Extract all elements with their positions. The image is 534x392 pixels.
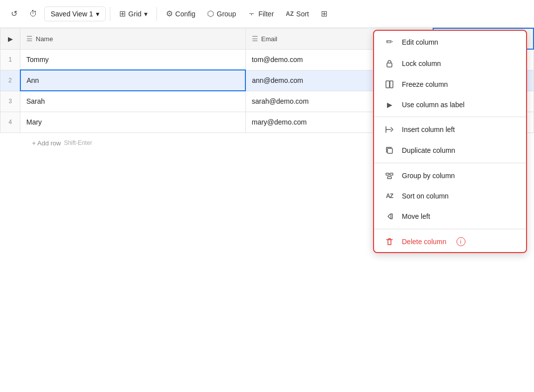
menu-divider-1 [374,117,526,117]
duplicate-icon [384,146,395,155]
grid-label: Grid [128,10,141,18]
group-label: Group [217,10,236,18]
grid-icon: ⊞ [119,9,126,18]
move-left-icon [384,212,395,221]
name-cell-1[interactable]: Tommy [20,49,246,70]
svg-rect-2 [390,81,393,88]
svg-rect-8 [391,214,392,219]
history-icon: ⏱ [29,9,37,18]
menu-item-edit-column[interactable]: ✏ Edit column [374,31,526,53]
group-button[interactable]: ⬡ Group [202,6,241,21]
saved-view-button[interactable]: Saved View 1 ▾ [44,6,106,21]
svg-rect-1 [386,81,389,88]
menu-label-group-by-column: Group by column [402,172,455,180]
svg-rect-7 [387,177,391,179]
divider-2 [156,7,157,21]
sort-button[interactable]: AZ Sort [281,7,314,21]
menu-item-duplicate-column[interactable]: Duplicate column [374,140,526,161]
add-row-shortcut: Shift-Enter [64,139,92,146]
row-num-4: 4 [0,112,20,132]
name-cell-2[interactable]: Ann [20,70,246,91]
menu-item-delete-column[interactable]: Delete column i [374,231,526,252]
menu-divider-3 [374,229,526,229]
menu-item-group-by-column[interactable]: Group by column [374,165,526,186]
col-name-label: Name [36,35,53,43]
menu-label-duplicate-column: Duplicate column [402,146,455,154]
grid-chevron-icon: ▾ [144,10,148,18]
svg-rect-5 [386,173,389,175]
menu-label-lock-column: Lock column [402,60,441,67]
col-email-label: Email [261,35,278,43]
config-button[interactable]: ⚙ Config [161,6,200,21]
delete-icon [384,237,395,246]
menu-label-delete-column: Delete column [402,238,447,246]
sort-az-icon: AZ [286,10,294,17]
undo-icon: ↺ [11,9,17,18]
add-row-label: + Add row [32,139,61,147]
row-num-3: 3 [0,91,20,112]
row-num-2: 2 [0,70,20,91]
insert-left-icon [384,125,395,134]
divider-1 [110,7,110,21]
svg-rect-4 [387,148,392,153]
saved-view-label: Saved View 1 [51,10,93,18]
spread-button[interactable]: ⊞ [316,6,332,21]
config-label: Config [175,10,195,18]
menu-item-insert-column-left[interactable]: Insert column left [374,119,526,140]
svg-rect-0 [387,63,392,67]
menu-item-use-column-label[interactable]: ▶ Use column as label [374,95,526,115]
menu-label-move-left: Move left [402,212,430,220]
menu-item-sort-on-column[interactable]: AZ Sort on column [374,186,526,206]
arrow-right-icon: ▶ [8,35,13,43]
context-menu: ✏ Edit column Lock column Freeze column … [373,30,527,253]
chevron-down-icon: ▾ [96,10,99,18]
toolbar: ↺ ⏱ Saved View 1 ▾ ⊞ Grid ▾ ⚙ Config ⬡ G… [0,0,534,28]
menu-label-sort-on-column: Sort on column [402,192,449,200]
undo-button[interactable]: ↺ [6,6,22,21]
arrow-label-icon: ▶ [384,101,395,109]
pencil-icon: ✏ [384,37,395,47]
add-row-num [0,132,20,153]
row-num-header: ▶ [0,28,20,49]
name-col-icon: ☰ [26,35,33,43]
filter-button[interactable]: ⫟ Filter [243,6,279,21]
config-icon: ⚙ [166,9,173,18]
spread-icon: ⊞ [321,9,327,18]
menu-label-freeze-column: Freeze column [402,80,448,88]
filter-icon: ⫟ [248,9,256,18]
name-cell-4[interactable]: Mary [20,112,246,132]
row-num-1: 1 [0,49,20,70]
menu-label-insert-column-left: Insert column left [402,126,455,133]
filter-label: Filter [258,10,274,18]
delete-info-icon[interactable]: i [457,237,465,246]
group-icon: ⬡ [207,9,214,18]
history-button[interactable]: ⏱ [24,6,42,21]
lock-icon [384,59,395,68]
email-col-icon: ☰ [252,35,258,43]
sort-az-menu-icon: AZ [384,193,395,199]
menu-item-freeze-column[interactable]: Freeze column [374,74,526,95]
menu-label-edit-column: Edit column [402,38,438,46]
sort-label: Sort [296,10,309,18]
group-by-icon [384,171,395,180]
grid-button[interactable]: ⊞ Grid ▾ [114,6,152,21]
freeze-icon [384,80,395,89]
menu-item-lock-column[interactable]: Lock column [374,53,526,74]
name-cell-3[interactable]: Sarah [20,91,246,112]
menu-label-use-column-label: Use column as label [402,101,464,109]
svg-rect-6 [390,173,393,175]
column-header-name[interactable]: ☰ Name [20,28,246,49]
menu-divider-2 [374,163,526,163]
menu-item-move-left[interactable]: Move left [374,206,526,227]
